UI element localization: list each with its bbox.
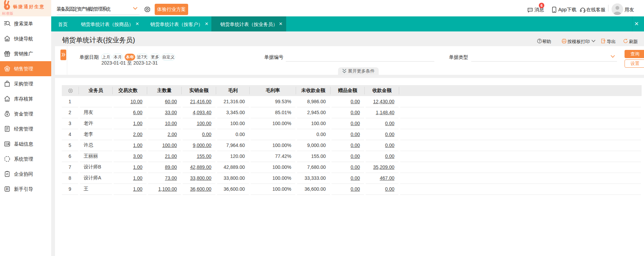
svg-text:$: $ bbox=[6, 68, 8, 70]
svg-text:新: 新 bbox=[5, 187, 9, 191]
